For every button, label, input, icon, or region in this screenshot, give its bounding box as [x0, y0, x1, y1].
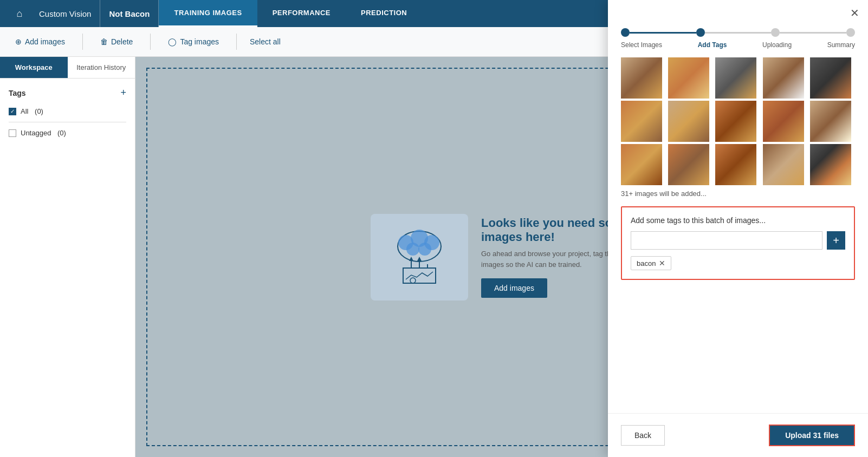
step-label-1: Select Images [621, 41, 662, 49]
brand-label[interactable]: Custom Vision [30, 0, 100, 27]
select-all-button[interactable]: Select all [250, 37, 281, 46]
step-dot-4 [846, 28, 855, 37]
tags-title: Tags [9, 89, 26, 97]
sidebar-tab-workspace[interactable]: Workspace [0, 57, 68, 78]
sidebar-tab-iteration[interactable]: Iteration History [68, 57, 135, 78]
steps-track [621, 28, 855, 37]
image-cell-11[interactable] [621, 144, 662, 185]
image-cell-13[interactable] [715, 144, 756, 185]
tag-chip-label: bacon [637, 259, 656, 267]
image-cell-6[interactable] [621, 101, 662, 142]
tab-prediction[interactable]: PREDICTION [346, 0, 422, 27]
add-images-label: Add images [25, 37, 65, 46]
tags-section: Add some tags to this batch of images...… [621, 206, 855, 280]
image-cell-15[interactable] [810, 144, 851, 185]
overlay-header: ✕ [608, 0, 868, 19]
upload-button[interactable]: Upload 31 files [769, 425, 855, 446]
overlay-panel: ✕ Select Images Add Tags Uploading Summa… [608, 0, 868, 457]
sidebar-content: Tags + ✓ All (0) Untagged (0) [0, 79, 135, 148]
step-label-4: Summary [827, 41, 855, 49]
home-icon[interactable]: ⌂ [9, 0, 30, 27]
add-images-icon: ⊕ [15, 37, 22, 46]
step-line-3 [780, 32, 846, 34]
svg-marker-11 [409, 257, 413, 261]
image-cell-5[interactable] [810, 57, 851, 99]
image-cell-7[interactable] [668, 101, 709, 142]
add-images-button[interactable]: ⊕ Add images [11, 35, 69, 48]
add-tag-button[interactable]: + [120, 87, 126, 99]
step-dot-3 [771, 28, 780, 37]
tab-training-images[interactable]: TRAINING IMAGES [159, 0, 257, 27]
project-label[interactable]: Not Bacon [100, 0, 159, 27]
svg-rect-9 [403, 268, 436, 283]
image-cell-2[interactable] [668, 57, 709, 99]
svg-point-5 [406, 243, 419, 256]
tag-all-checkbox[interactable]: ✓ [9, 108, 16, 115]
delete-label: Delete [111, 37, 133, 46]
images-count-label: 31+ images will be added... [608, 185, 868, 202]
empty-state: Looks like you need someimages here! Go … [371, 214, 633, 301]
tag-untagged-item: Untagged (0) [9, 127, 126, 139]
tag-images-label: Tag images [180, 37, 219, 46]
tags-section-title: Add some tags to this batch of images... [631, 216, 845, 225]
image-cell-14[interactable] [763, 144, 804, 185]
tag-untagged-label: Untagged [21, 129, 51, 137]
tag-input-field[interactable] [631, 231, 822, 250]
toolbar-separator-2 [150, 34, 151, 50]
step-line-1 [630, 32, 696, 34]
tag-chip-bacon: bacon ✕ [631, 256, 671, 270]
image-cell-4[interactable] [763, 57, 804, 99]
tag-chip-remove-button[interactable]: ✕ [659, 259, 665, 267]
tag-all-count: (0) [33, 107, 43, 115]
tag-untagged-count: (0) [55, 129, 66, 137]
tag-images-button[interactable]: ◯ Tag images [164, 35, 223, 48]
svg-point-4 [418, 243, 431, 256]
tag-add-button[interactable]: + [827, 231, 845, 250]
step-label-2: Add Tags [698, 41, 727, 49]
delete-button[interactable]: 🗑 Delete [96, 35, 137, 48]
step-dot-2 [696, 28, 705, 37]
toolbar-separator-3 [236, 34, 237, 50]
tab-performance[interactable]: PERFORMANCE [257, 0, 346, 27]
sidebar: Workspace Iteration History Tags + ✓ All… [0, 57, 135, 457]
svg-marker-13 [417, 257, 422, 261]
image-cell-1[interactable] [621, 57, 662, 99]
tag-chips: bacon ✕ [631, 256, 845, 270]
image-cell-8[interactable] [715, 101, 756, 142]
image-grid [608, 57, 868, 185]
svg-point-14 [410, 278, 416, 283]
overlay-footer: Back Upload 31 files [608, 413, 868, 457]
tag-images-icon: ◯ [168, 37, 177, 46]
sidebar-tabs: Workspace Iteration History [0, 57, 135, 79]
close-button[interactable]: ✕ [850, 6, 859, 19]
tag-all-label: All [21, 107, 28, 115]
brain-icon-container [371, 214, 468, 301]
add-images-empty-button[interactable]: Add images [481, 278, 547, 298]
tag-untagged-checkbox[interactable] [9, 129, 16, 137]
steps-labels: Select Images Add Tags Uploading Summary [621, 41, 855, 49]
step-label-3: Uploading [762, 41, 792, 49]
image-cell-9[interactable] [763, 101, 804, 142]
brain-icon [387, 227, 452, 287]
tag-all-item: ✓ All (0) [9, 105, 126, 117]
tags-header: Tags + [9, 87, 126, 99]
toolbar-separator-1 [82, 34, 83, 50]
back-button[interactable]: Back [621, 425, 665, 446]
tag-input-row: + [631, 231, 845, 250]
step-line-2 [705, 32, 772, 34]
step-dot-1 [621, 28, 630, 37]
image-cell-3[interactable] [715, 57, 756, 99]
delete-icon: 🗑 [100, 37, 108, 46]
image-cell-10[interactable] [810, 101, 851, 142]
sidebar-divider [9, 122, 126, 122]
image-cell-12[interactable] [668, 144, 709, 185]
steps-container: Select Images Add Tags Uploading Summary [608, 19, 868, 57]
